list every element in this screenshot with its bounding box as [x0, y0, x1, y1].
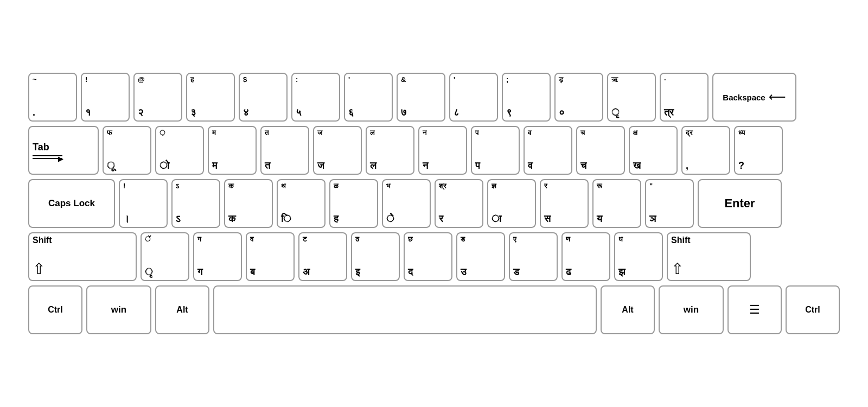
- key-l[interactable]: र स: [540, 179, 589, 228]
- key-j[interactable]: श्र र: [435, 179, 483, 228]
- key-r[interactable]: त त: [260, 126, 309, 175]
- key-s[interactable]: ऽ ऽ: [171, 179, 220, 228]
- key-1[interactable]: ! १: [81, 73, 130, 122]
- key-o[interactable]: व व: [524, 126, 572, 175]
- key-ctrl-left[interactable]: Ctrl: [28, 285, 82, 334]
- key-n[interactable]: छ द: [404, 232, 452, 281]
- key-2[interactable]: @ २: [133, 73, 182, 122]
- key-g[interactable]: ळ ह: [329, 179, 378, 228]
- key-tab[interactable]: Tab ▶: [28, 126, 99, 175]
- key-0[interactable]: ड़ ०: [554, 73, 603, 122]
- key-comma[interactable]: ए ड: [509, 232, 558, 281]
- key-w[interactable]: ़ ो: [155, 126, 204, 175]
- key-c[interactable]: व ब: [246, 232, 295, 281]
- key-alt-right[interactable]: Alt: [601, 285, 655, 334]
- key-a[interactable]: ! ।: [119, 179, 168, 228]
- key-enter[interactable]: Enter: [698, 179, 782, 228]
- key-5[interactable]: : ५: [291, 73, 340, 122]
- key-menu[interactable]: ☰: [727, 285, 782, 334]
- row-caps: Caps Lock ! । ऽ ऽ क क थ ि ळ ह भ े श्र र: [28, 179, 840, 228]
- key-backtick[interactable]: ~ .: [28, 73, 77, 122]
- key-m[interactable]: ड उ: [456, 232, 505, 281]
- key-q[interactable]: फ ू: [103, 126, 151, 175]
- key-win-left[interactable]: win: [86, 285, 151, 334]
- key-alt-left[interactable]: Alt: [155, 285, 209, 334]
- key-backslash[interactable]: ध्य ?: [734, 126, 783, 175]
- key-7[interactable]: & ७: [397, 73, 445, 122]
- key-shift-left[interactable]: Shift ⇧: [28, 232, 137, 281]
- key-equals[interactable]: · त्र: [660, 73, 709, 122]
- key-minus[interactable]: ऋ ृ: [607, 73, 656, 122]
- key-6[interactable]: ' ६: [344, 73, 393, 122]
- key-capslock[interactable]: Caps Lock: [28, 179, 115, 228]
- key-e[interactable]: म म: [208, 126, 257, 175]
- shift-left-icon: ⇧: [33, 260, 45, 278]
- key-p[interactable]: च च: [576, 126, 625, 175]
- menu-icon: ☰: [749, 303, 760, 317]
- row-bottom: Ctrl win Alt Alt win ☰ Ctrl: [28, 285, 840, 334]
- key-t[interactable]: ज ज: [313, 126, 362, 175]
- key-d[interactable]: क क: [224, 179, 273, 228]
- key-quote[interactable]: " ञ: [645, 179, 694, 228]
- key-space[interactable]: [213, 285, 597, 334]
- shift-right-icon: ⇧: [671, 260, 684, 278]
- key-shift-right[interactable]: Shift ⇧: [667, 232, 751, 281]
- row-number: ~ . ! १ @ २ ह ३ $ ४ : ५ ' ६ & ७: [28, 73, 840, 122]
- key-v[interactable]: ट अ: [298, 232, 347, 281]
- key-y[interactable]: ल ल: [366, 126, 414, 175]
- key-slash[interactable]: ध झ: [614, 232, 663, 281]
- row-shift: Shift ⇧ ॅ ृ ग ग व ब ट अ ठ इ छ द ड उ: [28, 232, 840, 281]
- key-z[interactable]: ॅ ृ: [141, 232, 189, 281]
- key-u[interactable]: न न: [418, 126, 467, 175]
- key-8[interactable]: ' ८: [449, 73, 498, 122]
- key-k[interactable]: ज्ञ ा: [487, 179, 536, 228]
- key-backspace[interactable]: Backspace ⟵: [712, 73, 796, 122]
- key-3[interactable]: ह ३: [186, 73, 235, 122]
- key-h[interactable]: भ े: [382, 179, 431, 228]
- key-i[interactable]: प प: [471, 126, 520, 175]
- key-semicolon[interactable]: रू य: [592, 179, 641, 228]
- key-b[interactable]: ठ इ: [351, 232, 400, 281]
- key-lbracket[interactable]: क्ष ख: [629, 126, 678, 175]
- row-tab: Tab ▶ फ ू ़ ो म म त: [28, 126, 840, 175]
- key-period[interactable]: ण ढ: [561, 232, 610, 281]
- keyboard: ~ . ! १ @ २ ह ३ $ ४ : ५ ' ६ & ७: [16, 63, 852, 344]
- key-9[interactable]: ; ९: [502, 73, 551, 122]
- key-ctrl-right[interactable]: Ctrl: [786, 285, 840, 334]
- key-x[interactable]: ग ग: [193, 232, 242, 281]
- key-f[interactable]: थ ि: [277, 179, 326, 228]
- backspace-icon: ⟵: [769, 90, 786, 104]
- key-win-right[interactable]: win: [659, 285, 724, 334]
- key-4[interactable]: $ ४: [239, 73, 288, 122]
- key-rbracket[interactable]: द्र ,: [681, 126, 730, 175]
